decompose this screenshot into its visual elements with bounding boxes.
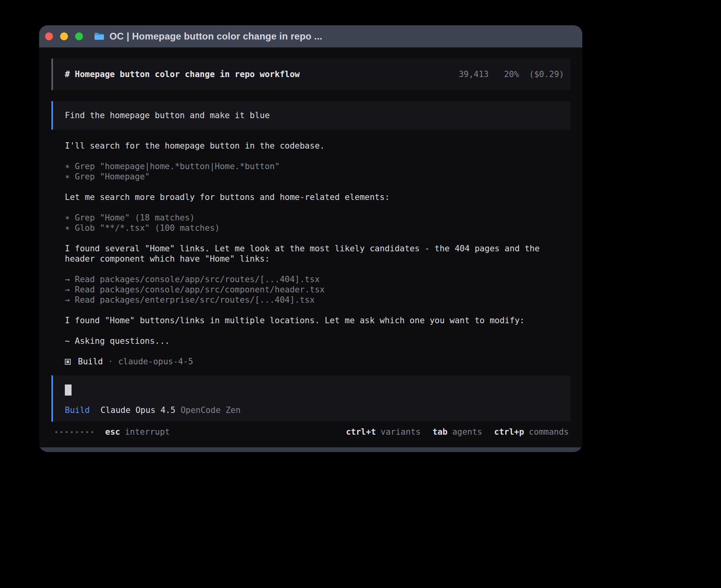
session-cost: ($0.29): [529, 70, 564, 79]
token-count: 39,413: [459, 70, 489, 79]
close-button[interactable]: [45, 32, 53, 40]
session-stats: 39,413 20% ($0.29): [459, 70, 564, 79]
shortcut-label: interrupt: [125, 427, 170, 437]
tool-call-line: ∗ Grep "Home" (18 matches): [65, 213, 557, 223]
agent-separator: ·: [108, 356, 113, 367]
terminal-window: OC | Homepage button color change in rep…: [39, 25, 582, 452]
terminal-content: # Homepage button color change in repo w…: [39, 58, 582, 437]
window-titlebar[interactable]: OC | Homepage button color change in rep…: [39, 25, 582, 47]
input-meta-row: Build Claude Opus 4.5 OpenCode Zen: [65, 405, 559, 415]
agent-square-icon: [65, 359, 71, 365]
prompt-input[interactable]: Build Claude Opus 4.5 OpenCode Zen: [51, 375, 570, 422]
status-bar: esc interrupt ctrl+t variants tab agents…: [51, 427, 570, 437]
agent-badge: Build · claude-opus-4-5: [65, 356, 557, 367]
shortcut-label: variants: [381, 427, 421, 437]
tool-call-line: → Read packages/console/app/src/componen…: [65, 285, 557, 295]
model-label: Claude Opus 4.5: [100, 405, 176, 415]
tool-call-group: → Read packages/console/app/src/routes/[…: [65, 274, 557, 305]
shortcut-interrupt: esc interrupt: [105, 427, 170, 437]
folder-icon: [94, 32, 105, 41]
provider-label: OpenCode Zen: [181, 405, 241, 415]
tool-call-line: → Read packages/console/app/src/routes/[…: [65, 274, 557, 285]
spinner-dots-icon: [55, 431, 93, 433]
window-bottom-rim: [39, 447, 582, 452]
shortcut-agents: tab agents: [432, 427, 482, 437]
user-message: Find the homepage button and make it blu…: [51, 101, 570, 130]
shortcut-key: esc: [105, 427, 120, 437]
assistant-status-text: ~ Asking questions...: [65, 336, 557, 346]
tool-call-line: ∗ Glob "**/*.tsx" (100 matches): [65, 223, 557, 233]
tool-call-line: ∗ Grep "Homepage": [65, 172, 557, 182]
window-title: OC | Homepage button color change in rep…: [109, 31, 322, 42]
shortcut-label: commands: [529, 427, 569, 437]
shortcut-key: ctrl+p: [494, 427, 524, 437]
shortcut-commands: ctrl+p commands: [494, 427, 569, 437]
status-bar-left: esc interrupt: [55, 427, 170, 437]
tool-call-group: ∗ Grep "homepage|home.*button|Home.*butt…: [65, 161, 557, 182]
session-title: # Homepage button color change in repo w…: [65, 70, 300, 79]
user-message-text: Find the homepage button and make it blu…: [65, 111, 270, 120]
agent-model: claude-opus-4-5: [118, 356, 193, 367]
assistant-text: Let me search more broadly for buttons a…: [65, 192, 557, 202]
shortcut-key: tab: [432, 427, 447, 437]
assistant-text: I'll search for the homepage button in t…: [65, 141, 557, 151]
tool-call-line: → Read packages/enterprise/src/routes/[.…: [65, 295, 557, 305]
agent-mode-label[interactable]: Build: [65, 405, 90, 415]
conversation: I'll search for the homepage button in t…: [65, 141, 557, 367]
agent-name: Build: [78, 356, 103, 367]
traffic-lights: [45, 32, 83, 40]
status-bar-right: ctrl+t variants tab agents ctrl+p comman…: [346, 427, 569, 437]
shortcut-key: ctrl+t: [346, 427, 376, 437]
text-cursor: [65, 384, 72, 396]
session-header: # Homepage button color change in repo w…: [51, 58, 570, 90]
zoom-button[interactable]: [75, 32, 83, 40]
shortcut-label: agents: [452, 427, 482, 437]
assistant-text: I found "Home" buttons/links in multiple…: [65, 315, 557, 326]
tool-call-line: ∗ Grep "homepage|home.*button|Home.*butt…: [65, 161, 557, 172]
minimize-button[interactable]: [60, 32, 68, 40]
tool-call-group: ∗ Grep "Home" (18 matches) ∗ Glob "**/*.…: [65, 213, 557, 233]
assistant-text: I found several "Home" links. Let me loo…: [65, 243, 557, 264]
shortcut-variants: ctrl+t variants: [346, 427, 421, 437]
context-percent: 20%: [504, 70, 519, 79]
